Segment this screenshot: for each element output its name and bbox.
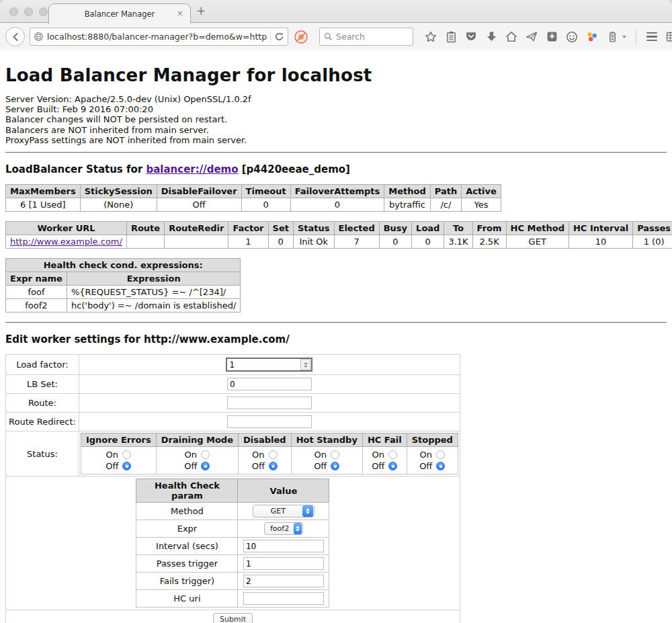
hc-uri-input[interactable] (243, 592, 324, 605)
tab-balancer-manager[interactable]: Balancer Manager × (48, 3, 191, 24)
hc-method-label: Method (136, 503, 238, 520)
number-spinner-icon[interactable] (300, 359, 310, 370)
new-tab-button[interactable]: + (196, 5, 206, 17)
extension-grid-icon[interactable] (666, 31, 672, 43)
hc-passes-input[interactable] (243, 557, 324, 570)
balancer-demo-link[interactable]: balancer://demo (146, 163, 238, 175)
health-expressions-table: Health check cond. expressions: Expr nam… (5, 258, 241, 313)
route-redirect-input[interactable] (227, 415, 312, 428)
form-row-submit: Submit (6, 610, 460, 623)
status-disabled-cell: On Off (238, 447, 291, 474)
caret-down-icon[interactable] (622, 36, 626, 38)
off-label: Off (184, 460, 197, 472)
hc-method-select[interactable]: GET (253, 505, 314, 517)
url-text[interactable]: localhost:8880/balancer-manager?b=demo&w… (47, 32, 267, 42)
globe-icon (34, 32, 44, 42)
search-placeholder: Search (336, 32, 365, 42)
hc-row-expr: Expr foof2 (136, 520, 329, 538)
hc-expr-select[interactable]: foof2 (264, 522, 303, 535)
col-set: Set (268, 222, 293, 235)
reload-icon[interactable] (274, 32, 284, 42)
val-elected: 7 (334, 235, 379, 249)
col-factor: Factor (228, 222, 268, 235)
col-timeout: Timeout (241, 185, 290, 198)
table-header-row: Worker URL Route RouteRedir Factor Set S… (6, 222, 672, 235)
table-header-row: Expr name Expression (6, 272, 241, 286)
select-chevrons-icon (294, 523, 302, 534)
send-icon[interactable] (526, 31, 538, 43)
proxypass-notice-line: ProxyPass settings are NOT inherited fro… (5, 135, 667, 145)
adblock-icon[interactable] (293, 29, 309, 45)
search-bar[interactable]: Search (319, 28, 413, 46)
col-draining-mode: Draining Mode (156, 433, 238, 447)
form-row-route-redirect: Route Redirect: (6, 413, 460, 431)
col-worker-url: Worker URL (6, 222, 127, 235)
radio-stopped-on[interactable] (436, 450, 445, 459)
hc-expr-selected-value: foof2 (270, 524, 293, 533)
back-button[interactable] (5, 27, 25, 46)
col-active: Active (462, 185, 501, 198)
val-route (126, 235, 164, 249)
val-timeout: 0 (241, 198, 290, 212)
radio-disabled-on[interactable] (269, 450, 278, 459)
route-input[interactable] (227, 397, 312, 409)
radio-ignore-errors-off[interactable] (122, 462, 131, 470)
zoom-window-button[interactable] (39, 7, 48, 16)
submit-button[interactable]: Submit (213, 613, 253, 623)
menu-hamburger-icon[interactable] (646, 31, 658, 43)
reading-list-icon[interactable] (445, 31, 457, 43)
hc-fails-input[interactable] (243, 575, 324, 587)
load-factor-input-wrap (226, 358, 312, 372)
val-stickysession: (None) (80, 198, 157, 212)
radio-ignore-errors-on[interactable] (122, 450, 131, 459)
val-active: Yes (462, 198, 501, 212)
worker-url-cell: http://www.example.com/ (6, 235, 127, 249)
worker-url-link[interactable]: http://www.example.com/ (10, 237, 122, 247)
url-bar[interactable]: localhost:8880/balancer-manager?b=demo&w… (30, 28, 288, 46)
val-method: bytraffic (384, 198, 430, 212)
inherit-notice-line: Balancers are NOT inherited from main se… (5, 125, 667, 135)
col-stickysession: StickySession (80, 185, 157, 198)
table-row: foof %{REQUEST_STATUS} =~ /^[234]/ (6, 286, 241, 299)
radio-hot-standby-on[interactable] (331, 450, 339, 459)
col-maxmembers: MaxMembers (6, 185, 81, 198)
pocket-icon[interactable] (465, 31, 477, 43)
col-stopped: Stopped (407, 433, 458, 447)
val-from: 2.5K (472, 235, 506, 249)
hc-interval-input[interactable] (243, 540, 324, 552)
bookmark-star-icon[interactable] (425, 31, 437, 43)
col-from: From (472, 222, 506, 235)
persist-notice-line: Balancer changes will NOT be persisted o… (5, 114, 667, 124)
col-route: Route (126, 222, 164, 235)
close-window-button[interactable] (9, 7, 18, 16)
radio-disabled-off[interactable] (269, 462, 278, 470)
hc-expr-label: Expr (136, 520, 238, 538)
colordots-extension-icon[interactable] (586, 31, 598, 43)
col-elected: Elected (334, 222, 379, 235)
off-label: Off (106, 460, 118, 472)
load-factor-cell (79, 355, 460, 375)
radio-draining-mode-off[interactable] (201, 462, 210, 470)
home-icon[interactable] (505, 31, 517, 43)
download-icon[interactable] (485, 31, 497, 43)
load-factor-input[interactable] (227, 360, 300, 370)
radio-stopped-off[interactable] (436, 462, 445, 470)
battery-panel-icon[interactable] (606, 31, 618, 43)
extension-download-icon[interactable] (546, 31, 558, 43)
lb-set-input[interactable] (227, 378, 312, 390)
back-icon (10, 32, 21, 42)
col-expr-name: Expr name (6, 272, 67, 286)
status-stopped-cell: On Off (407, 447, 458, 474)
radio-hc-fail-off[interactable] (388, 462, 397, 470)
minimize-window-button[interactable] (24, 7, 33, 16)
chat-smiley-icon[interactable] (566, 31, 578, 43)
form-row-health-check: Health Check param Value Method GET Expr… (6, 476, 460, 610)
window-controls (9, 7, 48, 16)
radio-hc-fail-on[interactable] (388, 450, 397, 459)
tab-close-icon[interactable]: × (177, 9, 183, 18)
radio-hot-standby-off[interactable] (331, 462, 339, 470)
col-to: To (444, 222, 472, 235)
radio-draining-mode-on[interactable] (201, 450, 210, 459)
on-label: On (372, 449, 384, 460)
col-disabled: Disabled (238, 433, 291, 447)
